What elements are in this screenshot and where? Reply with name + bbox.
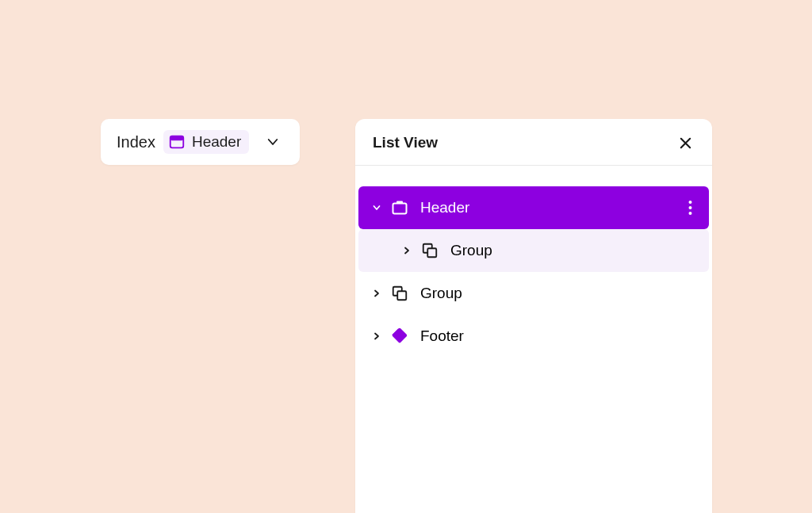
breadcrumb-chip-label: Header	[192, 133, 241, 151]
breadcrumb: Index Header	[101, 119, 300, 165]
tree-item-label: Header	[420, 199, 682, 216]
chevron-down-icon[interactable]	[262, 131, 284, 153]
svg-rect-1	[170, 136, 184, 141]
svg-rect-2	[393, 204, 407, 214]
more-options-button[interactable]	[682, 198, 698, 217]
group-icon	[420, 241, 439, 260]
chevron-right-icon[interactable]	[370, 331, 384, 341]
svg-point-5	[688, 206, 691, 209]
list-view-panel: List View Header	[355, 119, 712, 513]
tree-item-label: Group	[420, 285, 698, 302]
tree: Header Group	[355, 166, 712, 358]
footer-block-icon	[390, 327, 409, 346]
tree-item-group[interactable]: Group	[358, 229, 709, 272]
more-vertical-icon	[688, 200, 692, 216]
svg-rect-3	[396, 201, 403, 204]
group-icon	[390, 284, 409, 303]
svg-rect-8	[427, 248, 436, 257]
tree-item-header[interactable]: Header	[358, 186, 709, 229]
close-button[interactable]	[676, 133, 695, 152]
tree-item-label: Footer	[420, 327, 698, 345]
close-icon	[679, 136, 692, 150]
header-template-icon	[168, 133, 186, 151]
tree-item-label: Group	[450, 242, 698, 259]
svg-point-4	[688, 201, 691, 204]
header-block-icon	[390, 198, 409, 217]
svg-rect-13	[393, 329, 407, 343]
chevron-right-icon[interactable]	[370, 289, 384, 298]
tree-item-group[interactable]: Group	[358, 272, 709, 315]
panel-header: List View	[355, 119, 712, 166]
chevron-down-icon[interactable]	[370, 203, 384, 212]
tree-item-footer[interactable]: Footer	[358, 315, 709, 358]
svg-point-6	[688, 212, 691, 215]
breadcrumb-chip-header[interactable]: Header	[163, 130, 249, 154]
panel-title: List View	[373, 134, 438, 151]
breadcrumb-root[interactable]: Index	[117, 133, 155, 151]
chevron-right-icon[interactable]	[400, 246, 414, 255]
svg-rect-10	[397, 291, 406, 300]
